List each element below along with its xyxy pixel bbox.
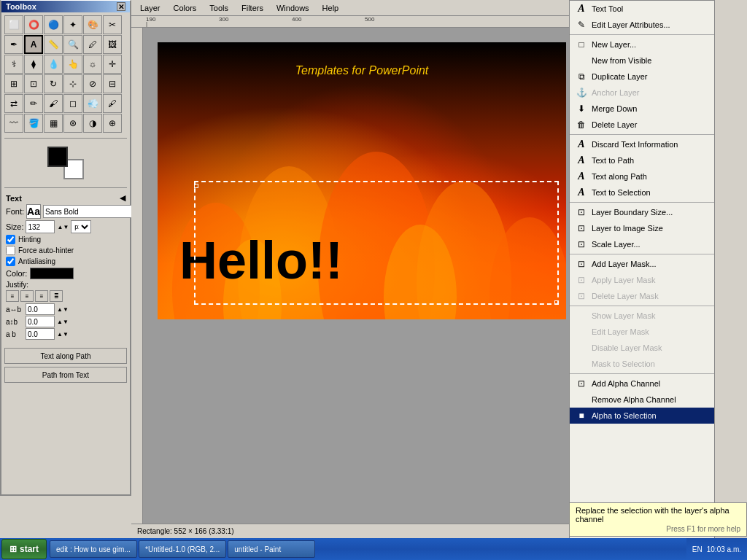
tool-blend[interactable]: ▦ [44,114,63,133]
justify-fill[interactable]: ≣ [50,290,63,302]
context-menu-item-text-along-path[interactable]: AText along Path [570,168,714,184]
context-menu-item-alpha-to-selection[interactable]: ■Alpha to Selection [570,408,714,424]
char-spacing-input[interactable] [26,303,55,315]
tool-smudge[interactable]: 👆 [63,55,82,74]
tool-scissors[interactable]: ✂ [103,15,122,34]
context-menu-item-text-tool[interactable]: AText Tool [570,1,714,17]
tool-by-color-select[interactable]: 🎨 [83,15,102,34]
context-label-duplicate-layer: Duplicate Layer [592,72,647,81]
context-menu-item-new-from-visible[interactable]: New from Visible [570,52,714,69]
context-menu-item-scale-layer[interactable]: ⊡Scale Layer... [570,236,714,252]
tool-color-picker[interactable]: 🖊 [83,35,102,54]
tool-perspective-clone[interactable]: ⧫ [24,55,43,74]
tool-paint-dynamics[interactable]: 〰 [4,114,23,133]
menu-colors[interactable]: Colors [168,2,203,14]
context-menu-item-text-to-selection[interactable]: AText to Selection [570,184,714,201]
tool-move[interactable]: ✛ [103,55,122,74]
context-icon-delete-layer-mask: ⊡ [576,290,587,302]
spacing-up-1[interactable]: ▲▼ [57,306,69,313]
context-menu-item-edit-layer-attributes[interactable]: ✎Edit Layer Attributes... [570,17,714,33]
text-panel-collapse[interactable]: ◀ [120,193,125,203]
taskbar-item-1[interactable]: *Untitled-1.0 (RGB, 2... [139,540,226,558]
tool-rotate[interactable]: ↻ [44,74,63,93]
size-up-arrow[interactable]: ▲▼ [57,224,69,230]
tool-ink[interactable]: 🖋 [103,94,122,113]
tool-blur[interactable]: 💧 [44,55,63,74]
hinting-checkbox[interactable] [6,235,15,244]
tool-airbrush[interactable]: 💨 [83,94,102,113]
context-icon-text-to-selection: A [576,187,587,198]
context-menu-item-add-layer-mask[interactable]: ⊡Add Layer Mask... [570,256,714,272]
context-menu-item-layer-boundary-size[interactable]: ⊡Layer Boundary Size... [570,204,714,220]
indent-input[interactable] [26,328,55,340]
justify-label: Justify: [6,281,125,289]
justify-center[interactable]: ≡ [20,290,34,302]
tool-align[interactable]: ⊞ [4,74,23,93]
force-hinter-checkbox[interactable] [6,246,15,255]
tool-paintbrush[interactable]: 🖌 [44,94,63,113]
tool-crop[interactable]: ⊡ [24,74,43,93]
menu-tools[interactable]: Tools [204,2,234,14]
tool-perspective[interactable]: ⊟ [103,74,122,93]
path-from-text-button[interactable]: Path from Text [4,367,127,383]
tool-clone[interactable]: 🖼 [103,35,122,54]
tool-color-balance[interactable]: ⊕ [103,114,122,133]
tool-desaturate[interactable]: ◑ [83,114,102,133]
tool-shear[interactable]: ⊘ [83,74,102,93]
tool-flip[interactable]: ⇄ [4,94,23,113]
context-menu-item-new-layer[interactable]: □New Layer... [570,36,714,52]
context-menu-item-layer-to-image-size[interactable]: ⊡Layer to Image Size [570,220,714,236]
context-icon-apply-layer-mask: ⊡ [576,274,587,286]
context-icon-edit-layer-mask [576,326,587,338]
taskbar-item-2[interactable]: untitled - Paint [228,540,315,558]
context-menu-item-text-to-path[interactable]: AText to Path [570,152,714,168]
tool-fill[interactable]: 🪣 [24,114,43,133]
context-menu-item-discard-text[interactable]: ADiscard Text Information [570,136,714,152]
size-input[interactable] [26,220,55,233]
tool-dodge-burn[interactable]: ☼ [83,55,102,74]
context-menu-separator [570,254,714,254]
menu-help[interactable]: Help [317,2,345,14]
tool-paths[interactable]: ✒ [4,35,23,54]
justify-right[interactable]: ≡ [35,290,48,302]
justify-left[interactable]: ≡ [6,290,19,302]
context-menu-item-delete-layer[interactable]: 🗑Delete Layer [570,117,714,133]
context-menu-item-merge-down[interactable]: ⬇Merge Down [570,101,714,117]
context-menu-item-remove-alpha-channel[interactable]: Remove Alpha Channel [570,392,714,408]
line-spacing-input[interactable] [26,316,55,327]
toolbox-close-button[interactable]: ✕ [117,2,125,11]
context-menu-item-mask-to-selection: Mask to Selection [570,356,714,372]
unit-select[interactable]: px [71,220,91,233]
fg-bg-colors[interactable] [47,147,84,179]
font-input[interactable] [43,205,140,218]
context-menu-item-duplicate-layer[interactable]: ⧉Duplicate Layer [570,69,714,85]
tool-rect-select[interactable]: ⬜ [4,15,23,34]
taskbar-item-0[interactable]: edit : How to use gim... [50,540,137,558]
antialiasing-checkbox[interactable] [6,257,15,266]
tool-eraser[interactable]: ◻ [63,94,82,113]
context-menu-item-add-alpha-channel[interactable]: ⊡Add Alpha Channel [570,376,714,392]
tool-fuzzy-select[interactable]: ✦ [63,15,82,34]
spacing-up-3[interactable]: ▲▼ [57,331,69,338]
tool-free-select[interactable]: 🔵 [44,15,63,34]
tool-text[interactable]: A [24,35,43,54]
spacing-up-2[interactable]: ▲▼ [57,319,69,325]
start-button[interactable]: ⊞ start [1,539,47,559]
tool-zoom[interactable]: 🔍 [63,35,82,54]
tool-pencil[interactable]: ✏ [24,94,43,113]
tooltip-text: Replace the selection with the layer's a… [576,506,740,524]
text-color-swatch[interactable] [30,268,74,279]
canvas-viewport[interactable]: Templates for PowerPoint Hello!! [143,28,601,524]
text-along-path-button[interactable]: Text along Path [4,348,127,364]
menu-filters[interactable]: Filters [236,2,269,14]
tool-ellipse-select[interactable]: ⭕ [24,15,43,34]
foreground-color[interactable] [47,147,68,167]
context-menu-separator [570,202,714,203]
tool-measure[interactable]: 📏 [44,35,63,54]
context-menu-item-apply-layer-mask: ⊡Apply Layer Mask [570,272,714,288]
menu-windows[interactable]: Windows [271,2,315,14]
menu-layer[interactable]: Layer [134,2,166,14]
tool-heal[interactable]: ⚕ [4,55,23,74]
tool-scale[interactable]: ⊹ [63,74,82,93]
tool-convolve[interactable]: ⊛ [63,114,82,133]
